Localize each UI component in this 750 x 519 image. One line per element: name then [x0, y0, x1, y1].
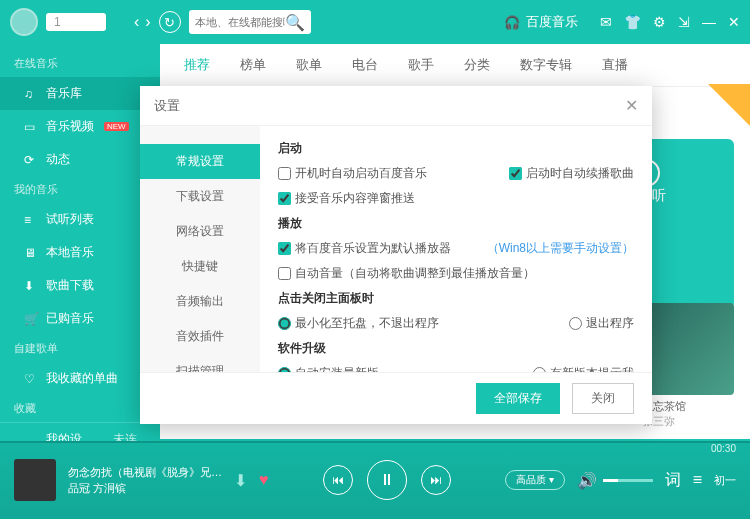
mail-icon[interactable]: ✉	[600, 14, 612, 30]
sidebar-item-library[interactable]: ♫音乐库	[0, 77, 160, 110]
sidebar-item-label: 已购音乐	[46, 310, 94, 327]
shirt-icon[interactable]: 👕	[624, 14, 641, 30]
section-update: 软件升级	[278, 340, 634, 357]
feed-icon: ⟳	[24, 153, 38, 167]
time-label: 00:30	[711, 443, 736, 454]
nav-arrows: ‹ ›	[134, 13, 151, 31]
cb-push[interactable]: 接受音乐内容弹窗推送	[278, 190, 415, 207]
cb-resume[interactable]: 启动时自动续播歌曲	[509, 165, 634, 182]
corner-badge[interactable]	[708, 84, 750, 126]
sidebar-item-video[interactable]: ▭音乐视频NEW	[0, 110, 160, 143]
search-icon[interactable]: 🔍	[285, 13, 305, 32]
section-startup: 启动	[278, 140, 634, 157]
tab-recommend[interactable]: 推荐	[184, 56, 210, 74]
sidebar-section-custom: 自建歌单+	[0, 335, 160, 362]
sidebar-item-label: 音乐库	[46, 85, 82, 102]
dialog-footer: 全部保存 关闭	[140, 372, 652, 424]
album-title: 坐忘茶馆	[642, 399, 734, 414]
tab-radio[interactable]: 电台	[352, 56, 378, 74]
lyric-icon[interactable]: 词	[665, 470, 681, 491]
compact-icon[interactable]: ⇲	[678, 14, 690, 30]
settings-nav-scan[interactable]: 扫描管理	[140, 354, 260, 372]
cb-autostart[interactable]: 开机时自动启动百度音乐	[278, 165, 427, 182]
tab-artist[interactable]: 歌手	[408, 56, 434, 74]
prev-icon[interactable]: ⏮	[323, 465, 353, 495]
settings-nav-network[interactable]: 网络设置	[140, 214, 260, 249]
play-pause-icon[interactable]: ⏸	[367, 460, 407, 500]
tab-playlist[interactable]: 歌单	[296, 56, 322, 74]
music-icon: ♫	[24, 87, 38, 101]
top-icons: ✉ 👕 ⚙ ⇲ — ✕	[600, 14, 740, 30]
sidebar-item-label: 我收藏的单曲	[46, 370, 118, 387]
forward-icon[interactable]: ›	[145, 13, 150, 31]
cart-icon: 🛒	[24, 312, 38, 326]
next-icon[interactable]: ⏭	[421, 465, 451, 495]
hint-win8: （Win8以上需要手动设置）	[487, 240, 634, 257]
sidebar-item-preview[interactable]: ≡试听列表	[0, 203, 160, 236]
video-icon: ▭	[24, 120, 38, 134]
sidebar: 在线音乐 ♫音乐库 ▭音乐视频NEW ⟳动态 我的音乐 ≡试听列表 🖥本地音乐 …	[0, 44, 160, 439]
sidebar-item-download[interactable]: ⬇歌曲下载	[0, 269, 160, 302]
close-button[interactable]: 关闭	[572, 383, 634, 414]
gear-icon[interactable]: ⚙	[653, 14, 666, 30]
heart-icon: ♡	[24, 372, 38, 386]
save-button[interactable]: 全部保存	[476, 383, 560, 414]
search-box[interactable]: 🔍	[189, 10, 311, 34]
rb-exit[interactable]: 退出程序	[569, 315, 634, 332]
sidebar-section-online: 在线音乐	[0, 50, 160, 77]
quality-selector[interactable]: 高品质 ▾	[505, 470, 565, 490]
back-icon[interactable]: ‹	[134, 13, 139, 31]
sidebar-item-label: 歌曲下载	[46, 277, 94, 294]
topbar: 1 ‹ › ↻ 🔍 🎧 百度音乐 ✉ 👕 ⚙ ⇲ — ✕	[0, 0, 750, 44]
dialog-close-icon[interactable]: ✕	[625, 96, 638, 115]
dialog-title: 设置	[154, 97, 180, 115]
settings-nav-shortcut[interactable]: 快捷键	[140, 249, 260, 284]
player-bar: 00:30 勿念勿扰（电视剧《脱身》兄… 品冠 方泂镔 ⬇ ♥ ⏮ ⏸ ⏭ 高品…	[0, 441, 750, 519]
track-cover[interactable]	[14, 459, 56, 501]
track-info: 勿念勿扰（电视剧《脱身》兄… 品冠 方泂镔	[68, 464, 222, 497]
settings-nav-download[interactable]: 下载设置	[140, 179, 260, 214]
avatar[interactable]	[10, 8, 38, 36]
sidebar-item-fav-songs[interactable]: ♡我收藏的单曲	[0, 362, 160, 395]
progress-bar[interactable]	[0, 441, 750, 443]
refresh-icon[interactable]: ↻	[159, 11, 181, 33]
username[interactable]: 1	[46, 13, 106, 31]
tab-album[interactable]: 数字专辑	[520, 56, 572, 74]
album-card[interactable]: 坐忘茶馆 张三弥	[642, 303, 734, 429]
settings-nav-effects[interactable]: 音效插件	[140, 319, 260, 354]
sidebar-item-purchased[interactable]: 🛒已购音乐	[0, 302, 160, 335]
minimize-icon[interactable]: —	[702, 14, 716, 30]
like-icon[interactable]: ♥	[259, 471, 269, 489]
settings-nav-general[interactable]: 常规设置	[140, 144, 260, 179]
volume-icon[interactable]: 🔊	[577, 471, 597, 490]
track-artist: 品冠 方泂镔	[68, 480, 222, 497]
download-icon: ⬇	[24, 279, 38, 293]
tab-category[interactable]: 分类	[464, 56, 490, 74]
tab-live[interactable]: 直播	[602, 56, 628, 74]
sidebar-item-label: 本地音乐	[46, 244, 94, 261]
tabs: 推荐 榜单 歌单 电台 歌手 分类 数字专辑 直播	[160, 44, 750, 87]
rb-auto-update[interactable]: 自动安装最新版	[278, 365, 379, 372]
sidebar-item-label: 试听列表	[46, 211, 94, 228]
new-badge: NEW	[104, 122, 129, 131]
cb-default-player[interactable]: 将百度音乐设置为默认播放器	[278, 240, 451, 257]
download-icon[interactable]: ⬇	[234, 471, 247, 490]
tab-chart[interactable]: 榜单	[240, 56, 266, 74]
sidebar-item-label: 音乐视频	[46, 118, 94, 135]
search-input[interactable]	[195, 16, 285, 28]
section-playback: 播放	[278, 215, 634, 232]
queue-icon[interactable]: ≡	[693, 471, 702, 489]
settings-nav-audio[interactable]: 音频输出	[140, 284, 260, 319]
close-icon[interactable]: ✕	[728, 14, 740, 30]
sidebar-item-feed[interactable]: ⟳动态	[0, 143, 160, 176]
sidebar-item-local[interactable]: 🖥本地音乐	[0, 236, 160, 269]
rb-minimize[interactable]: 最小化至托盘，不退出程序	[278, 315, 439, 332]
sidebar-section-fav: 收藏▾	[0, 395, 160, 422]
cb-auto-volume[interactable]: 自动音量（自动将歌曲调整到最佳播放音量）	[278, 265, 535, 282]
pc-icon: 🖥	[24, 246, 38, 260]
volume-control[interactable]: 🔊	[577, 471, 653, 490]
headphones-icon: 🎧	[504, 15, 520, 30]
rb-notify-update[interactable]: 有新版本提示我	[533, 365, 634, 372]
brand: 🎧 百度音乐	[504, 13, 578, 31]
volume-slider[interactable]	[603, 479, 653, 482]
